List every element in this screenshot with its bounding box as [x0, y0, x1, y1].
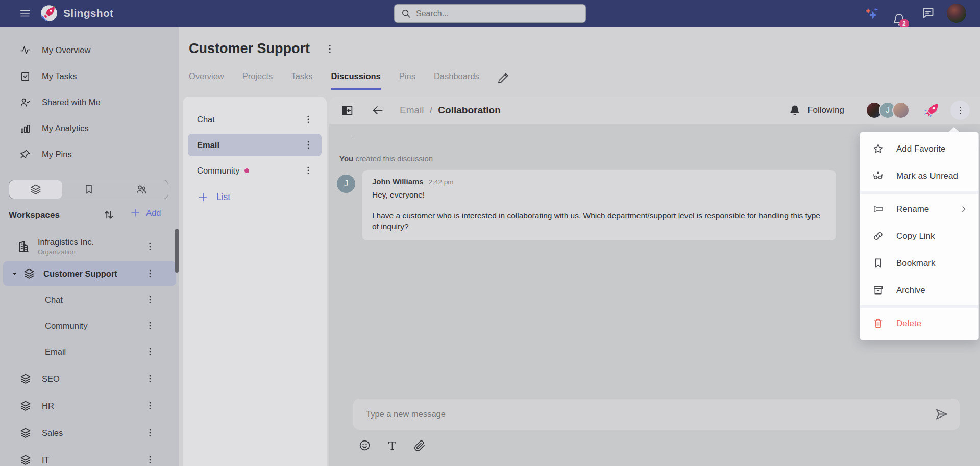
edit-tabs-pencil-icon[interactable]: [498, 72, 509, 84]
discussion-community[interactable]: Community: [188, 159, 322, 182]
tab-tasks[interactable]: Tasks: [291, 71, 312, 88]
channel-name: Community: [45, 321, 87, 331]
tab-projects[interactable]: Projects: [242, 71, 273, 88]
bookmark-icon: [83, 184, 94, 195]
participant-avatars[interactable]: J: [866, 102, 910, 119]
kebab-menu-icon[interactable]: [303, 165, 313, 176]
tab-discussions[interactable]: Discussions: [331, 71, 381, 90]
chat-message: J John Williams 2:42 pm Hey, everyone! I…: [337, 170, 836, 240]
back-arrow-icon[interactable]: [371, 104, 384, 117]
rocket-icon[interactable]: [923, 102, 940, 119]
kebab-menu-icon[interactable]: [145, 295, 155, 305]
discussion-chat[interactable]: Chat: [188, 108, 322, 131]
message-composer: [353, 399, 960, 452]
channel-community[interactable]: Community: [0, 313, 179, 338]
kebab-menu-icon[interactable]: [145, 241, 155, 252]
sidebar-item-shared-with-me[interactable]: Shared with Me: [0, 90, 179, 114]
kebab-menu-icon[interactable]: [145, 347, 155, 357]
sidebar-item-my-overview[interactable]: My Overview: [0, 38, 179, 62]
message-input[interactable]: [353, 399, 960, 430]
user-avatar[interactable]: [947, 4, 966, 23]
menu-item-copy-link[interactable]: Copy Link: [860, 223, 978, 250]
plus-icon: [197, 191, 209, 203]
attachment-icon[interactable]: [413, 439, 426, 452]
tab-members[interactable]: [115, 180, 168, 199]
sidebar-item-my-tasks[interactable]: My Tasks: [0, 64, 179, 88]
tab-pins[interactable]: Pins: [399, 71, 415, 88]
workspace-hr[interactable]: HR: [0, 394, 179, 418]
kebab-menu-icon[interactable]: [145, 321, 155, 331]
page-title: Customer Support: [189, 41, 310, 57]
collapse-panel-icon[interactable]: [341, 104, 354, 117]
menu-item-add-favorite[interactable]: Add Favorite: [860, 135, 978, 162]
send-icon[interactable]: [935, 407, 948, 421]
sort-icon[interactable]: [102, 208, 115, 222]
bell-filled-icon: [789, 104, 801, 116]
discussion-email[interactable]: Email: [188, 134, 322, 156]
menu-item-archive[interactable]: Archive: [860, 277, 978, 304]
app-title: Slingshot: [63, 7, 113, 19]
tab-dashboards[interactable]: Dashboards: [434, 71, 479, 88]
sidebar-item-my-analytics[interactable]: My Analytics: [0, 116, 179, 140]
add-list-label: List: [216, 192, 230, 203]
following-button[interactable]: Following: [789, 104, 844, 116]
chat-kebab-menu-button[interactable]: [950, 101, 970, 120]
page-kebab-menu-icon[interactable]: [324, 43, 335, 55]
person-check-icon: [19, 96, 31, 108]
hamburger-menu-icon[interactable]: [17, 8, 33, 19]
tab-bookmarks[interactable]: [62, 180, 115, 199]
messages-comment-icon[interactable]: [921, 6, 935, 20]
search-input[interactable]: [394, 4, 586, 23]
emoji-icon[interactable]: [358, 439, 371, 452]
message-card: John Williams 2:42 pm Hey, everyone! I h…: [362, 170, 836, 240]
participant-avatar[interactable]: [892, 102, 910, 119]
add-workspace-label: Add: [146, 208, 161, 218]
menu-item-label: Rename: [896, 204, 929, 214]
search-box: [394, 4, 586, 23]
layers-icon: [19, 427, 32, 439]
kebab-menu-icon[interactable]: [145, 268, 155, 279]
workspace-it[interactable]: IT: [0, 448, 179, 466]
tab-overview[interactable]: Overview: [189, 71, 224, 88]
kebab-menu-icon[interactable]: [145, 428, 155, 438]
system-message-text: created this discussion: [355, 154, 433, 163]
tab-workspaces[interactable]: [9, 180, 62, 199]
workspace-infragistics[interactable]: Infragistics Inc. Organization: [0, 233, 179, 260]
add-list-button[interactable]: List: [197, 191, 327, 203]
sidebar-scrollbar[interactable]: [175, 229, 179, 273]
workspace-name: Customer Support: [43, 269, 117, 279]
channel-email[interactable]: Email: [0, 339, 179, 364]
workspaces-header: Workspaces Add: [9, 207, 168, 224]
text-format-icon[interactable]: [386, 439, 398, 451]
kebab-menu-icon[interactable]: [145, 374, 155, 384]
layers-icon: [19, 454, 32, 466]
menu-item-bookmark[interactable]: Bookmark: [860, 250, 978, 277]
plus-icon: [130, 207, 141, 218]
breadcrumb-parent[interactable]: Email: [400, 105, 424, 115]
menu-item-label: Delete: [896, 318, 921, 329]
workspace-customer-support[interactable]: Customer Support: [3, 261, 176, 286]
workspace-sales[interactable]: Sales: [0, 421, 179, 445]
kebab-menu-icon[interactable]: [145, 401, 155, 411]
pin-icon: [19, 149, 31, 160]
notifications-bell[interactable]: 2: [892, 13, 906, 27]
sidebar-item-my-pins[interactable]: My Pins: [0, 142, 179, 166]
message-timestamp: 2:42 pm: [429, 178, 454, 186]
add-workspace-button[interactable]: Add: [130, 207, 161, 218]
kebab-menu-icon[interactable]: [303, 140, 313, 150]
menu-item-mark-as-unread[interactable]: Mark as Unread: [860, 162, 978, 189]
message-avatar[interactable]: J: [337, 175, 355, 193]
following-label: Following: [807, 105, 844, 115]
menu-item-label: Copy Link: [896, 231, 935, 241]
unread-dot: [244, 168, 249, 173]
workspace-name: HR: [42, 401, 54, 411]
menu-item-delete[interactable]: Delete: [860, 310, 978, 337]
ai-sparkles-icon[interactable]: [864, 6, 879, 21]
workspace-seo[interactable]: SEO: [0, 366, 179, 391]
channel-name: Email: [45, 347, 66, 357]
kebab-menu-icon[interactable]: [303, 114, 313, 125]
caret-down-icon[interactable]: [11, 271, 18, 277]
channel-chat[interactable]: Chat: [0, 287, 179, 312]
menu-item-rename[interactable]: Rename: [860, 195, 978, 223]
kebab-menu-icon[interactable]: [145, 455, 155, 465]
